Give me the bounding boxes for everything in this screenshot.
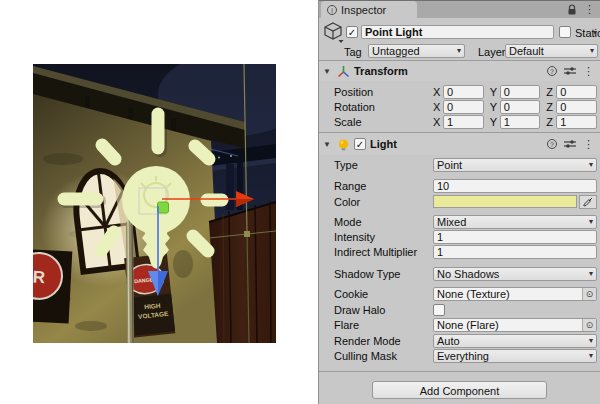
add-component-button[interactable]: Add Component — [372, 381, 547, 399]
foldout-arrow-icon[interactable]: ▼ — [323, 140, 333, 149]
lock-icon[interactable] — [567, 4, 577, 16]
shadow-type-row: Shadow Type No Shadows ▾ — [319, 266, 600, 281]
tab-inspector[interactable]: i Inspector — [321, 1, 417, 18]
component-menu-icon[interactable]: ⋮ — [583, 66, 594, 77]
position-y-field[interactable]: 0 — [500, 85, 541, 99]
indirect-multiplier-field[interactable]: 1 — [433, 245, 597, 259]
scale-row: Scale X 1 Y 1 Z 1 — [319, 114, 600, 129]
rotation-y-field[interactable]: 0 — [500, 100, 541, 114]
rotation-z-field[interactable]: 0 — [556, 100, 597, 114]
range-row: Range 10 — [319, 179, 600, 193]
intensity-row: Intensity 1 — [319, 230, 600, 244]
tag-label: Tag — [344, 46, 362, 58]
wood-wall — [209, 201, 276, 343]
mode-row: Mode Mixed ▾ — [319, 214, 600, 229]
light-title: Light — [370, 138, 397, 150]
light-body: Type Point ▾ Range 10 Color — [319, 157, 600, 371]
position-x-field[interactable]: 0 — [443, 85, 484, 99]
help-icon[interactable]: ? — [547, 139, 557, 149]
layer-label: Layer — [478, 46, 506, 58]
light-icon — [337, 138, 350, 151]
object-picker-icon[interactable]: ⊙ — [582, 319, 596, 331]
static-checkbox[interactable] — [559, 26, 571, 38]
eyedropper-icon — [583, 197, 593, 207]
color-swatch[interactable] — [433, 195, 577, 208]
flare-object-field[interactable]: None (Flare) ⊙ — [433, 318, 597, 332]
transform-body: Position X 0 Y 0 Z 0 Rotation X 0 Y 0 Z — [319, 81, 600, 132]
component-menu-icon[interactable]: ⋮ — [583, 139, 594, 150]
gameobject-cube-icon[interactable] — [322, 21, 344, 44]
rotation-x-field[interactable]: 0 — [443, 100, 484, 114]
scene-render: R DANGER HIGH VOLTAGE — [33, 64, 276, 343]
position-z-field[interactable]: 0 — [556, 85, 597, 99]
scale-z-field[interactable]: 1 — [556, 115, 597, 129]
cookie-object-field[interactable]: None (Texture) ⊙ — [433, 287, 597, 301]
dropdown-arrow-icon: ▾ — [589, 159, 593, 171]
transform-icon — [337, 65, 350, 78]
draw-halo-checkbox[interactable] — [433, 304, 445, 316]
dropdown-arrow-icon: ▾ — [590, 45, 594, 57]
gameobject-name-field[interactable]: Point Light — [361, 25, 554, 39]
static-dropdown-arrow-icon[interactable]: ▾ — [593, 28, 597, 37]
culling-mask-row: Culling Mask Everything ▾ — [319, 349, 600, 363]
dropdown-arrow-icon: ▾ — [589, 350, 593, 362]
foldout-arrow-icon[interactable]: ▼ — [323, 67, 333, 76]
axis-z-label: Z — [546, 116, 556, 128]
metal-pole — [126, 222, 134, 343]
scale-y-field[interactable]: 1 — [500, 115, 541, 129]
dropdown-arrow-icon: ▾ — [457, 45, 461, 57]
dropdown-arrow-icon: ▾ — [589, 268, 593, 280]
axis-z-label: Z — [546, 86, 556, 98]
panel-menu-icon[interactable]: ⋮ — [584, 4, 595, 15]
render-mode-dropdown[interactable]: Auto ▾ — [433, 334, 597, 348]
divider — [319, 371, 600, 372]
type-dropdown[interactable]: Point ▾ — [433, 158, 597, 172]
tab-strip: i Inspector ⋮ — [319, 0, 600, 18]
light-enabled-checkbox[interactable]: ✓ — [354, 138, 366, 150]
transform-header[interactable]: ▼ Transform ? ⋮ — [319, 61, 600, 81]
gameobject-header: ✓ Point Light Static ▾ Tag Untagged ▾ La… — [319, 18, 600, 61]
light-header[interactable]: ▼ ✓ Light ? ⋮ — [319, 132, 600, 155]
unity-editor: R DANGER HIGH VOLTAGE — [0, 0, 600, 404]
render-mode-row: Render Mode Auto ▾ — [319, 334, 600, 348]
dropdown-arrow-icon: ▾ — [589, 335, 593, 347]
axis-x-label: X — [433, 116, 443, 128]
scene-view[interactable]: R DANGER HIGH VOLTAGE — [33, 64, 276, 343]
check-icon: ✓ — [356, 139, 364, 150]
range-field[interactable]: 10 — [433, 179, 597, 193]
position-row: Position X 0 Y 0 Z 0 — [319, 84, 600, 99]
axis-x-label: X — [433, 101, 443, 113]
tab-label: Inspector — [341, 4, 386, 16]
intensity-field[interactable]: 1 — [433, 230, 597, 244]
icon-picker-arrow — [339, 40, 344, 43]
indirect-multiplier-row: Indirect Multiplier 1 — [319, 245, 600, 259]
axis-y-label: Y — [490, 116, 500, 128]
color-row: Color — [319, 194, 600, 209]
layer-dropdown[interactable]: Default ▾ — [505, 44, 598, 58]
object-picker-icon[interactable]: ⊙ — [582, 288, 596, 300]
inspector-panel: i Inspector ⋮ ✓ Point — [318, 0, 600, 404]
presets-icon[interactable] — [564, 66, 576, 76]
axis-y-label: Y — [490, 101, 500, 113]
r-sign: R — [33, 249, 72, 324]
type-row: Type Point ▾ — [319, 157, 600, 172]
eyedropper-button[interactable] — [579, 195, 597, 209]
culling-mask-dropdown[interactable]: Everything ▾ — [433, 349, 597, 363]
check-icon: ✓ — [348, 27, 356, 38]
active-checkbox[interactable]: ✓ — [346, 26, 358, 38]
transform-title: Transform — [354, 65, 408, 77]
dropdown-arrow-icon: ▾ — [589, 216, 593, 228]
help-icon[interactable]: ? — [547, 66, 557, 76]
draw-halo-row: Draw Halo — [319, 303, 600, 316]
presets-icon[interactable] — [564, 139, 576, 149]
inspector-footer: Add Component — [319, 381, 600, 404]
axis-z-label: Z — [546, 101, 556, 113]
mode-dropdown[interactable]: Mixed ▾ — [433, 215, 597, 229]
tag-dropdown[interactable]: Untagged ▾ — [368, 44, 465, 58]
scale-x-field[interactable]: 1 — [443, 115, 484, 129]
cookie-row: Cookie None (Texture) ⊙ — [319, 287, 600, 301]
axis-y-label: Y — [490, 86, 500, 98]
move-handle[interactable] — [158, 202, 169, 213]
rotation-row: Rotation X 0 Y 0 Z 0 — [319, 99, 600, 114]
shadow-type-dropdown[interactable]: No Shadows ▾ — [433, 267, 597, 281]
